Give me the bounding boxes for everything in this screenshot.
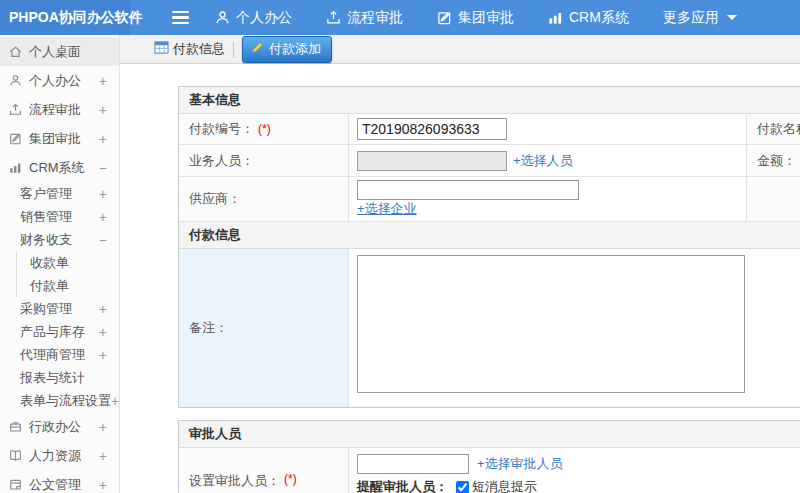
sidebar-item-payment-order[interactable]: 付款单: [17, 274, 119, 297]
group-approval-icon: [9, 132, 22, 145]
sidebar-item-product-stock[interactable]: 产品与库存 +: [0, 320, 119, 343]
sidebar-item-personal-desktop[interactable]: 个人桌面: [0, 37, 119, 66]
hr-book-icon: [9, 449, 22, 462]
payment-name-label: 付款名称：(*): [747, 114, 800, 144]
top-menu: 个人办公 流程审批 集团审批 CRM系统 更多应用: [215, 9, 737, 27]
user-icon: [9, 74, 22, 87]
choose-approver-link[interactable]: +选择审批人员: [477, 455, 563, 473]
staff-row: 业务人员： +选择人员 金额：: [179, 145, 800, 177]
required-mark: (*): [258, 122, 271, 136]
table-icon: [154, 41, 169, 57]
menu-crm-system[interactable]: CRM系统: [548, 9, 629, 27]
remark-label: 备注：: [179, 249, 349, 407]
sidebar-item-report-stats[interactable]: 报表与统计: [0, 366, 119, 389]
payment-no-input[interactable]: [357, 118, 507, 140]
tab-divider: [233, 42, 234, 57]
sidebar-item-receipt-order[interactable]: 收款单: [17, 251, 119, 274]
home-icon: [9, 45, 22, 58]
remind-approver-label: 提醒审批人员：: [357, 478, 448, 493]
menu-personal-office[interactable]: 个人办公: [215, 9, 292, 27]
sidebar-item-finance-inout[interactable]: 财务收支 −: [0, 228, 119, 251]
approver-box: 审批人员 设置审批人员：(*) +选择审批人员 提醒审批人员：: [178, 420, 800, 493]
document-icon: [9, 478, 22, 491]
tab-strip: 付款信息 付款添加: [120, 35, 800, 64]
sidebar-item-hr[interactable]: 人力资源 +: [0, 441, 119, 470]
finance-submenu-group: 收款单 付款单: [16, 251, 119, 297]
group-approval-icon: [437, 10, 452, 25]
supplier-row: 供应商： +选择企业: [179, 177, 800, 222]
sidebar-navigation: 个人桌面 个人办公 + 流程审批 + 集团审批 + CRM系统 − 客户管理 +: [0, 35, 120, 493]
main-area: 付款信息 付款添加 基本信息 付款编号：(*): [120, 35, 800, 493]
choose-company-link[interactable]: +选择企业: [357, 201, 417, 216]
app-logo: PHPOA协同办公软件: [0, 0, 130, 35]
sidebar-item-admin-office[interactable]: 行政办公 +: [0, 412, 119, 441]
basic-info-box: 基本信息 付款编号：(*) 付款名称：(*): [178, 86, 800, 408]
remark-row: 备注：: [179, 249, 800, 407]
form-content: 基本信息 付款编号：(*) 付款名称：(*): [120, 64, 800, 493]
section-title-approver: 审批人员: [179, 421, 800, 448]
menu-more-apps[interactable]: 更多应用: [663, 9, 737, 27]
sidebar-item-customer-mgmt[interactable]: 客户管理 +: [0, 182, 119, 205]
section-title-basic: 基本信息: [179, 87, 800, 114]
approver-input[interactable]: [357, 454, 469, 474]
sidebar-item-form-flow-settings[interactable]: 表单与流程设置 +: [0, 389, 119, 412]
section-title-payment: 付款信息: [179, 222, 800, 249]
set-approver-label: 设置审批人员：(*): [179, 448, 349, 493]
amount-label: 金额：: [747, 145, 800, 176]
sidebar-item-document-mgmt[interactable]: 公文管理 +: [0, 470, 119, 493]
sidebar-item-sales-mgmt[interactable]: 销售管理 +: [0, 205, 119, 228]
choose-person-link[interactable]: +选择人员: [513, 152, 573, 170]
sidebar-item-agent-mgmt[interactable]: 代理商管理 +: [0, 343, 119, 366]
tab-payment-list[interactable]: 付款信息: [154, 40, 233, 58]
required-mark: (*): [284, 472, 297, 486]
staff-input[interactable]: [357, 151, 507, 171]
sidebar-item-personal-office[interactable]: 个人办公 +: [0, 66, 119, 95]
sidebar-item-flow-approval[interactable]: 流程审批 +: [0, 95, 119, 124]
menu-flow-approval[interactable]: 流程审批: [326, 9, 403, 27]
payment-no-label: 付款编号：(*): [179, 114, 349, 144]
payment-no-row: 付款编号：(*) 付款名称：(*): [179, 114, 800, 145]
staff-label: 业务人员：: [179, 145, 349, 176]
sidebar-item-group-approval[interactable]: 集团审批 +: [0, 124, 119, 153]
caret-down-icon: [727, 15, 737, 20]
remark-textarea[interactable]: [357, 255, 745, 393]
menu-group-approval[interactable]: 集团审批: [437, 9, 514, 27]
flow-approval-icon: [9, 103, 22, 116]
flow-approval-icon: [326, 10, 341, 25]
sms-notify-checkbox[interactable]: [456, 481, 469, 493]
user-icon: [215, 10, 230, 25]
briefcase-icon: [9, 420, 22, 433]
pencil-icon: [251, 41, 264, 57]
crm-chart-icon: [548, 10, 563, 25]
top-navigation-bar: PHPOA协同办公软件 个人办公 流程审批 集团审批 CRM系统 更多应用: [0, 0, 800, 35]
supplier-label: 供应商：: [179, 177, 349, 221]
sms-notify-label: 短消息提示: [472, 478, 537, 493]
hamburger-menu-icon[interactable]: [172, 11, 189, 25]
supplier-input[interactable]: [357, 180, 579, 200]
approver-row: 设置审批人员：(*) +选择审批人员 提醒审批人员： 短消息提示: [179, 448, 800, 493]
tab-payment-add[interactable]: 付款添加: [242, 36, 332, 63]
crm-chart-icon: [9, 161, 22, 174]
sidebar-item-purchase-mgmt[interactable]: 采购管理 +: [0, 297, 119, 320]
sidebar-item-crm-system[interactable]: CRM系统 −: [0, 153, 119, 182]
